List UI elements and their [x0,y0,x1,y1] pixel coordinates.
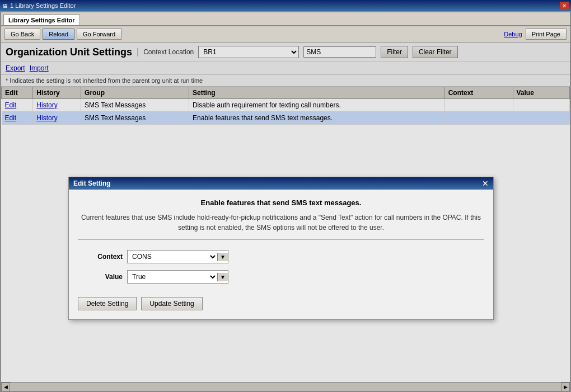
go-back-button[interactable]: Go Back [4,29,40,40]
modal-body: Enable features that send SMS text messa… [69,190,493,319]
title-bar: 🖥 1 Library Settings Editor ✕ [0,0,571,11]
context-form-row: Context CONS BR1 SYS1 ▼ [78,250,484,263]
context-select-wrapper: CONS BR1 SYS1 ▼ [127,250,228,263]
value-select[interactable]: True False [128,271,217,283]
tab-library-settings[interactable]: Library Settings Editor [3,15,80,25]
modal-divider [78,239,484,240]
tab-bar: Library Settings Editor [1,12,570,26]
modal-actions: Delete Setting Update Setting [78,292,484,310]
modal-overlay: Edit Setting ✕ Enable features that send… [1,42,570,391]
modal-titlebar: Edit Setting ✕ [69,177,493,190]
main-window: Library Settings Editor Go Back Reload G… [0,11,571,392]
context-form-label: Context [78,253,123,261]
modal-description-title: Enable features that send SMS text messa… [78,199,484,207]
update-setting-button[interactable]: Update Setting [141,297,202,310]
reload-button[interactable]: Reload [43,29,74,40]
edit-setting-modal: Edit Setting ✕ Enable features that send… [68,177,494,320]
value-select-arrow-icon[interactable]: ▼ [217,273,228,281]
go-forward-button[interactable]: Go Forward [77,29,121,40]
app-icon: 🖥 [2,3,8,9]
delete-setting-button[interactable]: Delete Setting [78,297,137,310]
value-select-wrapper: True False ▼ [127,270,228,284]
print-page-button[interactable]: Print Page [526,29,567,40]
close-button[interactable]: ✕ [560,2,569,10]
context-select-arrow-icon[interactable]: ▼ [217,253,228,261]
title-bar-text: 1 Library Settings Editor [10,2,76,9]
context-select[interactable]: CONS BR1 SYS1 [128,251,217,263]
modal-form: Context CONS BR1 SYS1 ▼ Va [78,245,484,288]
modal-close-button[interactable]: ✕ [482,180,489,187]
debug-link[interactable]: Debug [504,31,522,37]
top-right-area: Debug Print Page [504,29,567,40]
modal-description-text: Current features that use SMS include ho… [78,212,484,233]
value-form-label: Value [78,273,123,281]
modal-title: Edit Setting [73,180,111,187]
toolbar: Go Back Reload Go Forward Debug Print Pa… [1,26,570,42]
value-form-row: Value True False ▼ [78,270,484,284]
content-area: Organization Unit Settings | Context Loc… [1,42,570,391]
